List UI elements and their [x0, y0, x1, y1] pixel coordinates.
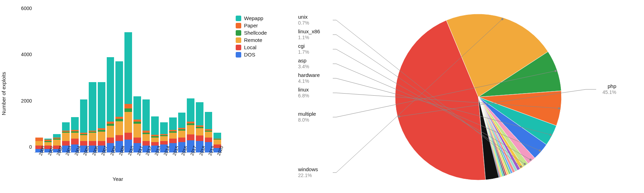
- bar-column: 2011: [133, 96, 141, 152]
- pie-chart: unix0.7%linux_x861.1%cgi1.7%asp3.4%hardw…: [291, 7, 637, 187]
- bar-segment-remote: [53, 140, 61, 146]
- bar-segment-wepapp: [98, 82, 105, 128]
- bar-segment-local: [205, 138, 212, 142]
- legend-item-paper: Paper: [236, 23, 284, 28]
- legend-swatch: [236, 37, 241, 43]
- pie-label-name: multiple: [298, 111, 316, 117]
- pie-label-pct: 4.1%: [298, 78, 320, 84]
- bar-chart: Number of exploits Year 2000200120022003…: [7, 7, 229, 180]
- bar-segment-local: [160, 141, 168, 144]
- bar-segment-local: [89, 141, 96, 146]
- leader-dot: [520, 166, 522, 168]
- bar-segment-remote: [205, 132, 212, 138]
- legend-swatch: [236, 23, 241, 28]
- legend-label: Local: [244, 44, 256, 50]
- pie-label-name: unix: [298, 14, 309, 20]
- legend-label: DOS: [244, 52, 255, 58]
- bar-segment-remote: [115, 121, 123, 135]
- bar-segment-wepapp: [160, 122, 168, 134]
- pie-label-linux: linux6.8%: [298, 87, 309, 99]
- pie-label-pct: 1.7%: [298, 49, 309, 55]
- bar-segment-wepapp: [80, 99, 88, 133]
- bar-segment-remote: [98, 132, 105, 141]
- pie-label-pct: 0.7%: [298, 20, 309, 26]
- pie-label-cgi: cgi1.7%: [298, 43, 309, 55]
- pie-label-name: cgi: [298, 43, 309, 49]
- bar-segment-local: [80, 141, 88, 146]
- bar-segment-wepapp: [115, 61, 123, 117]
- bar-column: 2007: [98, 82, 105, 152]
- pie-label-pct: 45.1%: [602, 89, 616, 95]
- leader-dot: [501, 18, 503, 20]
- bar-segment-remote: [151, 138, 159, 142]
- bar-segment-local: [62, 141, 70, 146]
- bar-segment-wepapp: [142, 99, 150, 131]
- leader-dot: [529, 159, 531, 161]
- bar-segment-local: [124, 133, 132, 140]
- bar-column: 2019: [205, 112, 212, 152]
- bar-segment-remote: [142, 134, 150, 141]
- y-tick: 2000: [21, 98, 35, 104]
- bar-column: 2010: [124, 32, 132, 152]
- bar-segment-remote: [133, 124, 141, 138]
- bar-column: 2012: [142, 99, 150, 152]
- leader-dot: [524, 163, 526, 165]
- bar-segment-wepapp: [196, 102, 203, 125]
- bar-segment-local: [169, 139, 177, 143]
- bar-segment-remote: [160, 136, 168, 141]
- bar-column: 2004: [71, 117, 79, 152]
- bar-column: 2009: [115, 61, 123, 152]
- legend-item-local: Local: [236, 44, 284, 50]
- bar-segment-remote: [71, 133, 79, 139]
- bar-segment-local: [115, 135, 123, 141]
- bar-chart-area: Number of exploits Year 2000200120022003…: [7, 7, 284, 187]
- bar-segment-remote: [124, 112, 132, 133]
- leader-dot: [398, 115, 400, 117]
- bar-column: 2003: [62, 122, 70, 152]
- pie-label-name: linux_x86: [298, 28, 320, 35]
- pie-label-pct: 6.8%: [298, 93, 309, 99]
- legend-label: Wepapp: [244, 15, 263, 21]
- legend-swatch: [236, 30, 241, 36]
- y-tick: 0: [29, 144, 35, 150]
- bar-column: 2014: [160, 122, 168, 152]
- pie-label-unix: unix0.7%: [298, 14, 309, 26]
- pie-label-name: windows: [298, 166, 318, 173]
- legend-swatch: [236, 45, 241, 50]
- bar-column: 2002: [53, 134, 61, 152]
- bar-column: 2013: [151, 116, 159, 152]
- legend-item-dos: DOS: [236, 52, 284, 58]
- bar-segment-remote: [214, 140, 221, 144]
- legend-item-shellcode: Shellcode: [236, 30, 284, 36]
- pie-label-name: hardware: [298, 72, 320, 78]
- bar-segment-wepapp: [124, 32, 132, 104]
- bar-column: 2017: [187, 98, 194, 152]
- bar-segment-remote: [187, 125, 194, 134]
- bar-segment-wepapp: [71, 117, 79, 130]
- bar-legend: WepappPaperShellcodeRemoteLocalDOS: [236, 14, 284, 187]
- bar-segment-wepapp: [205, 112, 212, 129]
- bar-segment-wepapp: [214, 133, 221, 139]
- pie-label-name: php: [602, 83, 616, 89]
- bar-segment-local: [151, 142, 159, 146]
- bar-segment-local: [98, 141, 105, 146]
- bar-ylabel: Number of exploits: [1, 72, 7, 115]
- bar-segment-paper: [115, 117, 123, 119]
- legend-label: Remote: [244, 37, 262, 43]
- y-tick: 6000: [21, 6, 35, 11]
- pie-label-pct: 1.1%: [298, 35, 320, 41]
- bar-segment-remote: [89, 133, 96, 141]
- pie-label-pct: 22.1%: [298, 173, 318, 178]
- pie-label-pct: 8.0%: [298, 117, 316, 123]
- pie-label-name: asp: [298, 58, 309, 64]
- bar-segment-wepapp: [151, 116, 159, 135]
- pie-label-asp: asp3.4%: [298, 58, 309, 70]
- legend-swatch: [236, 16, 241, 21]
- bar-segment-shellcode: [124, 108, 132, 112]
- bar-segment-remote: [35, 141, 43, 146]
- bar-columns: 2000200120022003200420052006200720082009…: [35, 14, 222, 152]
- bar-column: 2005: [80, 99, 88, 152]
- bar-segment-wepapp: [107, 57, 114, 122]
- bar-segment-local: [187, 134, 194, 140]
- leader-dot: [539, 150, 541, 152]
